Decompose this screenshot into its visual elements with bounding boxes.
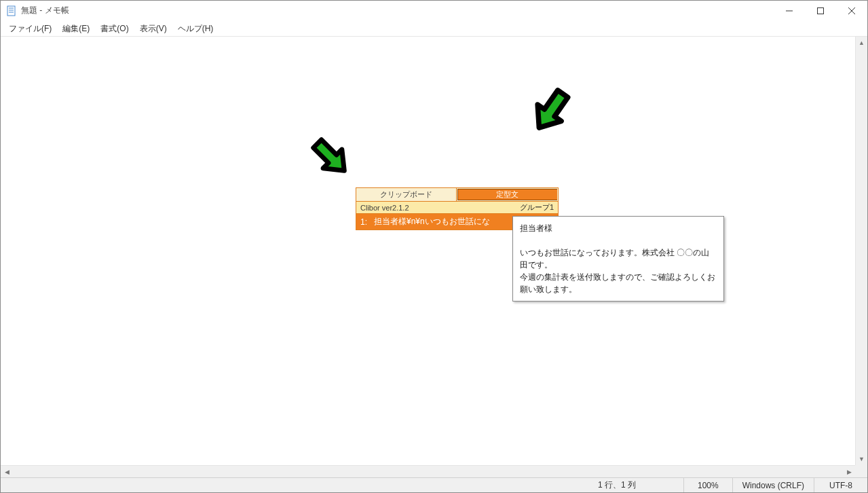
- menu-edit[interactable]: 編集(E): [57, 22, 95, 36]
- status-lineending: Windows (CRLF): [732, 478, 814, 492]
- scroll-right-icon[interactable]: ▶: [843, 466, 855, 477]
- status-encoding: UTF-8: [814, 478, 867, 492]
- svg-rect-0: [7, 6, 15, 16]
- status-position: 1 行、1 列: [578, 478, 683, 492]
- menu-help[interactable]: ヘルプ(H): [172, 22, 219, 36]
- clibor-item-index: 1:: [360, 217, 367, 227]
- maximize-button[interactable]: [805, 1, 836, 20]
- window-controls: [774, 1, 867, 20]
- menu-file[interactable]: ファイル(F): [3, 22, 57, 36]
- clibor-version: Clibor ver2.1.2: [360, 204, 409, 212]
- svg-rect-5: [818, 7, 824, 14]
- status-zoom: 100%: [683, 478, 732, 492]
- tab-clipboard[interactable]: クリップボード: [356, 188, 457, 201]
- menubar: ファイル(F) 編集(E) 書式(O) 表示(V) ヘルプ(H): [1, 21, 867, 36]
- window-title: 無題 - メモ帳: [21, 5, 69, 16]
- clibor-tooltip: 担当者様 いつもお世話になっております。株式会社 〇〇の山田です。 今週の集計表…: [512, 216, 724, 302]
- annotation-arrow-left: [305, 132, 353, 179]
- minimize-button[interactable]: [774, 1, 805, 20]
- clibor-item-text: 担当者様¥n¥nいつもお世話にな: [374, 216, 490, 227]
- horizontal-scrollbar[interactable]: ◀ ▶: [1, 465, 855, 477]
- tooltip-line3: 今週の集計表を送付致しますので、ご確認よろしくお願い致します。: [520, 271, 717, 295]
- tab-teikeibun[interactable]: 定型文: [457, 189, 558, 200]
- tooltip-line2: いつもお世話になっております。株式会社 〇〇の山田です。: [520, 246, 717, 271]
- clibor-header: Clibor ver2.1.2 グループ1: [356, 202, 558, 214]
- statusbar: 1 行、1 列 100% Windows (CRLF) UTF-8: [1, 477, 867, 492]
- menu-format[interactable]: 書式(O): [95, 22, 134, 36]
- text-area[interactable]: [1, 37, 855, 465]
- scroll-up-icon[interactable]: ▲: [856, 37, 867, 49]
- clibor-tabs: クリップボード 定型文: [356, 188, 558, 202]
- vertical-scrollbar[interactable]: ▲ ▼: [855, 37, 867, 465]
- annotation-arrow-right: [527, 83, 578, 134]
- tooltip-line1: 担当者様: [520, 222, 717, 234]
- notepad-icon: [6, 5, 17, 16]
- scrollbar-corner: [855, 465, 867, 477]
- close-button[interactable]: [836, 1, 867, 20]
- clibor-group[interactable]: グループ1: [520, 202, 554, 213]
- scroll-down-icon[interactable]: ▼: [856, 453, 867, 465]
- titlebar: 無題 - メモ帳: [1, 1, 867, 21]
- notepad-window: 無題 - メモ帳 ファイル(F) 編集(E) 書式(O) 表示(V) ヘルプ(H…: [0, 0, 868, 493]
- editor-area[interactable]: ▲ ▼ ◀ ▶ クリップボード: [1, 36, 867, 477]
- menu-view[interactable]: 表示(V): [134, 22, 172, 36]
- scroll-left-icon[interactable]: ◀: [1, 466, 13, 477]
